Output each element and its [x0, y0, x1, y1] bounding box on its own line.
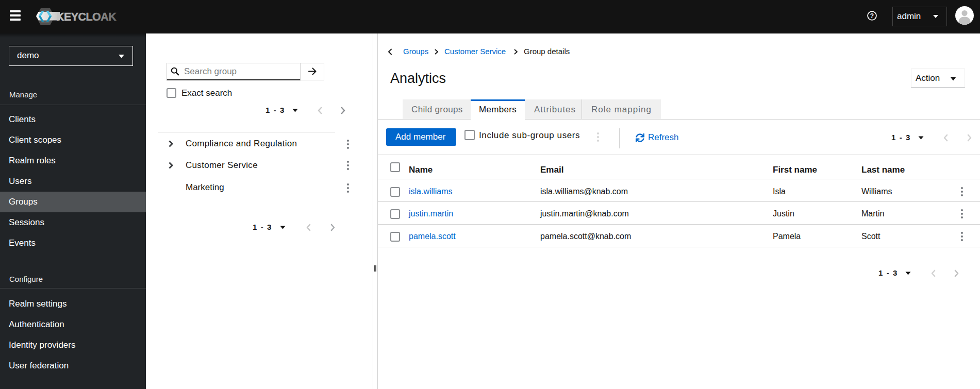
svg-text:?: ?: [870, 12, 874, 20]
svg-text:KEYCLOAK: KEYCLOAK: [56, 11, 117, 23]
